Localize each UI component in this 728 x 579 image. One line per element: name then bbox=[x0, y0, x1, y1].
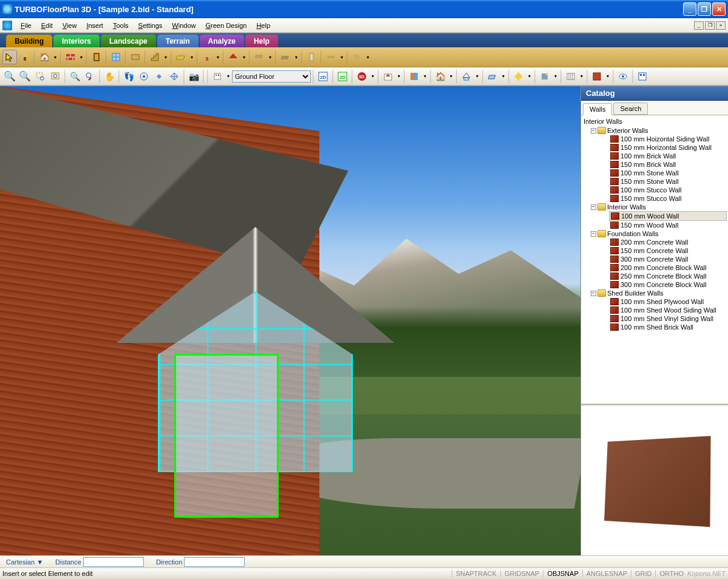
tree-item[interactable]: 100 mm Hoizontal Siding Wall bbox=[609, 135, 727, 143]
3d-viewport[interactable] bbox=[0, 86, 580, 555]
distance-input[interactable] bbox=[83, 557, 144, 567]
tree-group-header[interactable]: − Interior Walls bbox=[591, 203, 727, 211]
house-wizard-button[interactable]: 🏠 bbox=[37, 50, 52, 64]
members-dropdown[interactable]: ▼ bbox=[339, 55, 345, 59]
catalog-tab-walls[interactable]: Walls bbox=[583, 103, 612, 115]
tree-item[interactable]: 150 mm Horizontal Siding Wall bbox=[609, 143, 727, 152]
zoom-fit-button[interactable] bbox=[48, 69, 63, 84]
stairs-button[interactable] bbox=[148, 50, 162, 64]
tree-item[interactable]: 100 mm Brick Wall bbox=[609, 152, 727, 160]
menu-file[interactable]: File bbox=[16, 20, 36, 31]
grid-toggle[interactable]: GRID bbox=[631, 570, 656, 577]
menu-tools[interactable]: Tools bbox=[108, 20, 134, 31]
tree-item[interactable]: 200 mm Concrete Wall bbox=[609, 238, 727, 246]
pan-button[interactable]: ✋ bbox=[102, 69, 117, 84]
tree-item[interactable]: 150 mm Brick Wall bbox=[609, 160, 727, 169]
mdi-minimize-button[interactable]: _ bbox=[694, 21, 704, 30]
raytrace-dropdown[interactable]: ▼ bbox=[553, 74, 559, 78]
view-manager-button[interactable] bbox=[635, 69, 650, 84]
tree-item[interactable]: 250 mm Concrete Block Wall bbox=[609, 272, 727, 280]
windows-button[interactable] bbox=[109, 50, 123, 64]
paint-tool-button[interactable] bbox=[18, 50, 32, 64]
tree-item[interactable]: 150 mm Wood Wall bbox=[609, 221, 727, 229]
look-button[interactable] bbox=[152, 69, 166, 84]
gridsnap-toggle[interactable]: GRIDSNAP bbox=[500, 570, 543, 577]
locations-button[interactable] bbox=[210, 69, 225, 84]
mdi-restore-button[interactable]: ❐ bbox=[705, 21, 715, 30]
structural-dropdown[interactable]: ▼ bbox=[267, 55, 273, 59]
tab-analyze[interactable]: Analyze bbox=[200, 35, 244, 47]
direction-input[interactable] bbox=[184, 557, 245, 567]
roofs-button[interactable] bbox=[226, 50, 240, 64]
panels-dropdown[interactable]: ▼ bbox=[365, 55, 371, 59]
tab-interiors[interactable]: Interiors bbox=[53, 35, 100, 47]
cross-section-button[interactable] bbox=[407, 69, 421, 84]
tab-building[interactable]: Building bbox=[6, 35, 52, 47]
close-button[interactable]: ✕ bbox=[712, 2, 726, 16]
elevation-dropdown[interactable]: ▼ bbox=[396, 74, 402, 78]
menu-insert[interactable]: Insert bbox=[81, 20, 108, 31]
objsnap-toggle[interactable]: OBJSNAP bbox=[543, 570, 582, 577]
raytrace-button[interactable] bbox=[537, 69, 552, 84]
fly-button[interactable] bbox=[137, 69, 151, 84]
tree-item[interactable]: 100 mm Shed Brick Wall bbox=[609, 323, 727, 331]
tree-root-label[interactable]: Interior Walls bbox=[582, 118, 727, 125]
foundation-dropdown[interactable]: ▼ bbox=[293, 55, 299, 59]
view-filter-dropdown[interactable]: ▼ bbox=[605, 74, 611, 78]
tab-help[interactable]: Help bbox=[245, 35, 278, 47]
walls-dropdown[interactable]: ▼ bbox=[78, 55, 84, 59]
minimize-button[interactable]: _ bbox=[683, 2, 696, 16]
anglesnap-toggle[interactable]: ANGLESNAP bbox=[582, 570, 631, 577]
menu-edit[interactable]: Edit bbox=[36, 20, 58, 31]
collapse-icon[interactable]: − bbox=[591, 231, 596, 237]
view-eye-button[interactable] bbox=[616, 69, 630, 84]
ceilings-dropdown[interactable]: ▼ bbox=[215, 55, 221, 59]
display-button[interactable] bbox=[563, 69, 578, 84]
doors-button[interactable] bbox=[89, 50, 104, 64]
columns-button[interactable] bbox=[304, 50, 319, 64]
coord-system-toggle[interactable]: Cartesian ▼ bbox=[6, 558, 43, 566]
zoom-in-button[interactable]: 🔍 bbox=[2, 69, 17, 84]
wireframe-dropdown[interactable]: ▼ bbox=[474, 74, 480, 78]
zoom-realtime-button[interactable]: 🔍 bbox=[67, 69, 82, 84]
tree-item[interactable]: 100 mm Shed Wood Siding Wall bbox=[609, 306, 727, 314]
roofs-dropdown[interactable]: ▼ bbox=[241, 55, 247, 59]
collapse-icon[interactable]: − bbox=[591, 205, 596, 210]
view-filter-button[interactable] bbox=[590, 69, 604, 84]
menu-green-design[interactable]: Green Design bbox=[201, 20, 252, 31]
house-wizard-dropdown[interactable]: ▼ bbox=[52, 55, 58, 59]
display-dropdown[interactable]: ▼ bbox=[579, 74, 585, 78]
floors-dropdown[interactable]: ▼ bbox=[189, 55, 195, 59]
floors-button[interactable] bbox=[174, 50, 188, 64]
perspective-house-dropdown[interactable]: ▼ bbox=[448, 74, 454, 78]
tree-item[interactable]: 100 mm Shed Plywood Wall bbox=[609, 297, 727, 306]
tab-landscape[interactable]: Landscape bbox=[101, 35, 156, 47]
cross-section-dropdown[interactable]: ▼ bbox=[422, 74, 428, 78]
catalog-tree[interactable]: Interior Walls − Exterior Walls 100 mm H… bbox=[581, 115, 728, 404]
menu-view[interactable]: View bbox=[58, 20, 82, 31]
zoom-out-button[interactable]: 🔍 bbox=[18, 69, 32, 84]
ceilings-button[interactable] bbox=[200, 50, 214, 64]
view-3d-dropdown[interactable]: ▼ bbox=[370, 74, 376, 78]
tree-item[interactable]: 100 mm Stucco Wall bbox=[609, 186, 727, 194]
foundation-button[interactable] bbox=[278, 50, 293, 64]
ortho-toggle[interactable]: ORTHO bbox=[655, 570, 687, 577]
walls-button[interactable] bbox=[63, 50, 78, 64]
hidden-line-button[interactable] bbox=[485, 69, 500, 84]
menu-settings[interactable]: Settings bbox=[134, 20, 168, 31]
structural-button[interactable] bbox=[252, 50, 267, 64]
camera-button[interactable]: 📷 bbox=[186, 69, 201, 84]
tree-item[interactable]: 150 mm Concrete Wall bbox=[609, 246, 727, 255]
collapse-icon[interactable]: − bbox=[591, 128, 596, 134]
tree-item[interactable]: 200 mm Concrete Block Wall bbox=[609, 263, 727, 272]
tree-group-header[interactable]: − Exterior Walls bbox=[591, 126, 727, 135]
render-dropdown[interactable]: ▼ bbox=[526, 74, 532, 78]
tree-group-header[interactable]: − Foundation Walls bbox=[591, 229, 727, 238]
tree-item[interactable]: 150 mm Stucco Wall bbox=[609, 194, 727, 203]
menu-help[interactable]: Help bbox=[251, 20, 275, 31]
render-button[interactable] bbox=[511, 69, 526, 84]
walk-button[interactable]: 👣 bbox=[121, 69, 136, 84]
tree-item[interactable]: 150 mm Stone Wall bbox=[609, 177, 727, 186]
collapse-icon[interactable]: − bbox=[591, 291, 596, 296]
snaptrack-toggle[interactable]: SNAPTRACK bbox=[452, 570, 500, 577]
